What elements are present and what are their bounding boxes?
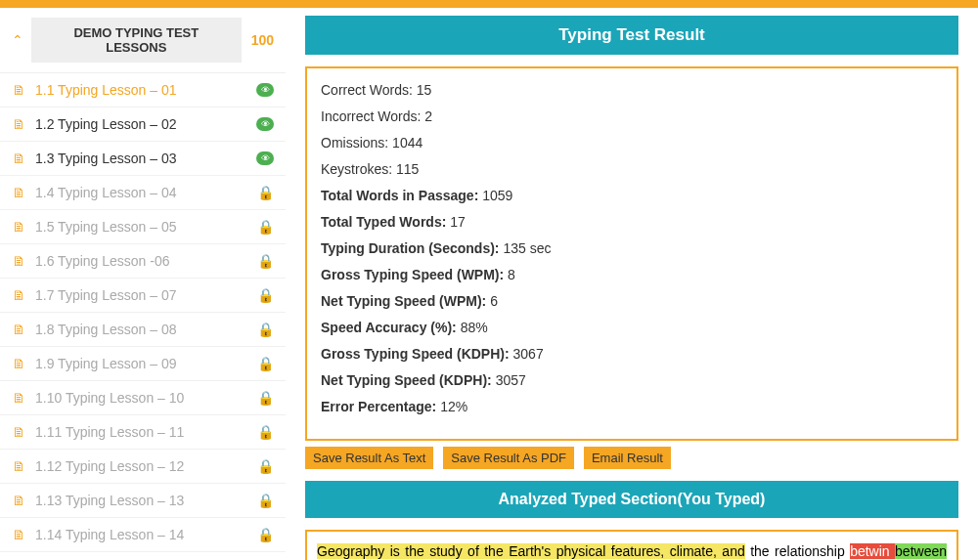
lock-icon: 🔒 xyxy=(257,424,274,440)
chevron-up-icon[interactable]: ⌃ xyxy=(12,32,23,48)
lesson-label: 1.1 Typing Lesson – 01 xyxy=(35,82,256,98)
lesson-item[interactable]: 🗎1.13 Typing Lesson – 13🔒 xyxy=(0,484,286,518)
result-line: Net Typing Speed (KDPH): 3057 xyxy=(321,372,943,388)
document-icon: 🗎 xyxy=(12,527,25,542)
lock-icon: 🔒 xyxy=(257,287,274,303)
lesson-item[interactable]: 🗎1.12 Typing Lesson – 12🔒 xyxy=(0,450,286,484)
lock-icon: 🔒 xyxy=(257,493,274,508)
lock-icon: 🔒 xyxy=(257,185,274,200)
main-container: ⌃ DEMO TYPING TEST LESSONS 100 🗎1.1 Typi… xyxy=(0,8,978,560)
email-result-button[interactable]: Email Result xyxy=(584,447,671,469)
sidebar-title: DEMO TYPING TEST LESSONS xyxy=(31,18,242,63)
lock-icon: 🔒 xyxy=(257,527,274,542)
document-icon: 🗎 xyxy=(12,493,25,508)
lesson-item[interactable]: 🗎1.15 Typing Lesson – 15🔒 xyxy=(0,552,286,560)
document-icon: 🗎 xyxy=(12,151,25,166)
lesson-label: 1.5 Typing Lesson – 05 xyxy=(35,219,257,235)
text-segment: Geography is the study of the Earth's ph… xyxy=(317,543,745,559)
score-value: 100 xyxy=(251,32,274,48)
document-icon: 🗎 xyxy=(12,185,25,200)
result-line: Incorrect Words: 2 xyxy=(321,108,943,124)
lesson-item[interactable]: 🗎1.9 Typing Lesson – 09🔒 xyxy=(0,347,286,381)
lesson-item[interactable]: 🗎1.10 Typing Lesson – 10🔒 xyxy=(0,381,286,415)
eye-icon: 👁 xyxy=(256,117,274,131)
analyzed-header: Analyzed Typed Section(You Typed) xyxy=(305,481,958,518)
text-segment: the relationship xyxy=(745,543,850,559)
document-icon: 🗎 xyxy=(12,424,25,440)
lesson-label: 1.13 Typing Lesson – 13 xyxy=(35,493,257,508)
lesson-label: 1.6 Typing Lesson -06 xyxy=(35,253,257,269)
action-row: Save Result As Text Save Result As PDF E… xyxy=(305,447,958,469)
save-pdf-button[interactable]: Save Result As PDF xyxy=(443,447,574,469)
document-icon: 🗎 xyxy=(12,287,25,303)
lesson-item[interactable]: 🗎1.6 Typing Lesson -06🔒 xyxy=(0,244,286,279)
result-box: Correct Words: 15Incorrect Words: 2Omiss… xyxy=(305,66,958,441)
document-icon: 🗎 xyxy=(12,116,25,132)
result-line: Omissions: 1044 xyxy=(321,135,943,151)
lesson-label: 1.11 Typing Lesson – 11 xyxy=(35,424,257,440)
result-line: Error Percentage: 12% xyxy=(321,399,943,414)
lesson-item[interactable]: 🗎1.14 Typing Lesson – 14🔒 xyxy=(0,518,286,552)
analyzed-text-box: Geography is the study of the Earth's ph… xyxy=(305,530,958,560)
document-icon: 🗎 xyxy=(12,390,25,406)
lesson-item[interactable]: 🗎1.7 Typing Lesson – 07🔒 xyxy=(0,279,286,313)
lock-icon: 🔒 xyxy=(257,253,274,269)
lock-icon: 🔒 xyxy=(257,356,274,371)
lesson-label: 1.4 Typing Lesson – 04 xyxy=(35,185,257,200)
result-line: Total Words in Passage: 1059 xyxy=(321,188,943,203)
lock-icon: 🔒 xyxy=(257,219,274,235)
lesson-label: 1.10 Typing Lesson – 10 xyxy=(35,390,257,406)
result-line: Gross Typing Speed (WPM): 8 xyxy=(321,267,943,282)
document-icon: 🗎 xyxy=(12,458,25,474)
result-line: Gross Typing Speed (KDPH): 3067 xyxy=(321,346,943,362)
save-text-button[interactable]: Save Result As Text xyxy=(305,447,433,469)
lesson-item[interactable]: 🗎1.1 Typing Lesson – 01👁 xyxy=(0,73,286,108)
lesson-item[interactable]: 🗎1.8 Typing Lesson – 08🔒 xyxy=(0,313,286,347)
lesson-item[interactable]: 🗎1.2 Typing Lesson – 02👁 xyxy=(0,108,286,142)
lesson-label: 1.2 Typing Lesson – 02 xyxy=(35,116,256,132)
eye-icon: 👁 xyxy=(256,83,274,97)
result-header: Typing Test Result xyxy=(305,16,958,55)
result-line: Speed Accuracy (%): 88% xyxy=(321,320,943,335)
lock-icon: 🔒 xyxy=(257,322,274,337)
lesson-list: 🗎1.1 Typing Lesson – 01👁🗎1.2 Typing Less… xyxy=(0,73,286,560)
eye-icon: 👁 xyxy=(256,151,274,165)
result-line: Keystrokes: 115 xyxy=(321,161,943,177)
lesson-item[interactable]: 🗎1.4 Typing Lesson – 04🔒 xyxy=(0,176,286,210)
lesson-label: 1.3 Typing Lesson – 03 xyxy=(35,151,256,166)
main-content: Typing Test Result Correct Words: 15Inco… xyxy=(286,8,978,560)
lessons-sidebar: ⌃ DEMO TYPING TEST LESSONS 100 🗎1.1 Typi… xyxy=(0,8,286,560)
lesson-item[interactable]: 🗎1.11 Typing Lesson – 11🔒 xyxy=(0,415,286,450)
text-segment: between xyxy=(895,543,947,559)
lesson-item[interactable]: 🗎1.5 Typing Lesson – 05🔒 xyxy=(0,210,286,244)
lesson-label: 1.12 Typing Lesson – 12 xyxy=(35,458,257,474)
lesson-label: 1.7 Typing Lesson – 07 xyxy=(35,287,257,303)
sidebar-header: ⌃ DEMO TYPING TEST LESSONS 100 xyxy=(0,8,286,73)
lesson-item[interactable]: 🗎1.3 Typing Lesson – 03👁 xyxy=(0,142,286,176)
document-icon: 🗎 xyxy=(12,253,25,269)
result-line: Typing Duration (Seconds): 135 sec xyxy=(321,240,943,256)
top-accent-bar xyxy=(0,0,978,8)
document-icon: 🗎 xyxy=(12,356,25,371)
text-segment: betwin xyxy=(850,543,895,559)
lock-icon: 🔒 xyxy=(257,390,274,406)
result-line: Correct Words: 15 xyxy=(321,82,943,98)
document-icon: 🗎 xyxy=(12,219,25,235)
lesson-label: 1.14 Typing Lesson – 14 xyxy=(35,527,257,542)
lesson-label: 1.8 Typing Lesson – 08 xyxy=(35,322,257,337)
result-line: Total Typed Words: 17 xyxy=(321,214,943,230)
result-line: Net Typing Speed (WPM): 6 xyxy=(321,293,943,309)
lesson-label: 1.9 Typing Lesson – 09 xyxy=(35,356,257,371)
document-icon: 🗎 xyxy=(12,82,25,98)
document-icon: 🗎 xyxy=(12,322,25,337)
lock-icon: 🔒 xyxy=(257,458,274,474)
